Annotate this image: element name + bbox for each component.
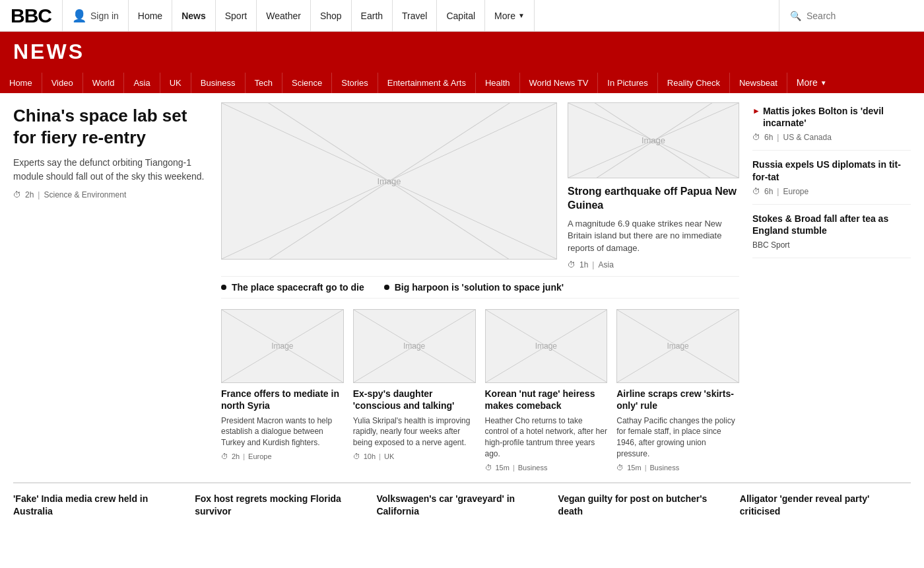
sidebar-item-0: ► Mattis jokes Bolton is 'devil incarnat… <box>752 105 911 151</box>
bottom-item-0[interactable]: 'Fake' India media crew held in Australi… <box>13 493 184 518</box>
bottom-item-2[interactable]: Volkswagen's car 'graveyard' in Californ… <box>376 493 547 518</box>
grid-item-0: Image France offers to mediate in north … <box>221 309 344 472</box>
sidebar-time-1: 6h <box>764 187 773 196</box>
grid-image-0[interactable]: Image <box>221 309 344 383</box>
nav-link-home[interactable]: Home <box>129 0 172 32</box>
grid-cat-1[interactable]: UK <box>384 452 394 460</box>
main-description: Experts say the defunct orbiting Tiangon… <box>13 156 208 184</box>
subnav-newsbeat[interactable]: Newsbeat <box>730 73 787 93</box>
grid-item-1: Image Ex-spy's daughter 'conscious and t… <box>353 309 476 472</box>
search-input[interactable] <box>807 11 892 21</box>
grid-image-label-2: Image <box>535 341 557 351</box>
sidebar-meta-0: ⏱ 6h | US & Canada <box>752 133 911 142</box>
sidebar-item-2: Stokes & Broad fall after tea as England… <box>752 205 911 258</box>
clock-icon-2: ⏱ <box>568 260 576 269</box>
bottom-item-4[interactable]: Alligator 'gender reveal party' criticis… <box>740 493 911 518</box>
subnav-health[interactable]: Health <box>476 73 520 93</box>
sidebar-title-text-0: Mattis jokes Bolton is 'devil incarnate' <box>763 105 911 129</box>
chevron-down-icon: ▼ <box>820 79 827 87</box>
nav-link-capital[interactable]: Capital <box>437 0 485 32</box>
sidebar-cat-0[interactable]: US & Canada <box>783 133 831 142</box>
grid-time-0: 2h <box>232 452 240 460</box>
subnav-video[interactable]: Video <box>42 73 83 93</box>
nav-link-shop[interactable]: Shop <box>311 0 352 32</box>
grid-time-3: 15m <box>627 464 641 472</box>
clock-icon-g1: ⏱ <box>353 452 360 460</box>
bottom-title-2: Volkswagen's car 'graveyard' in Californ… <box>376 493 547 518</box>
nav-link-travel[interactable]: Travel <box>393 0 437 32</box>
grid-image-3[interactable]: Image <box>616 309 739 383</box>
subnav-tech[interactable]: Tech <box>246 73 282 93</box>
subnav-asia[interactable]: Asia <box>124 73 160 93</box>
clock-icon: ⏱ <box>13 190 21 199</box>
subnav-business[interactable]: Business <box>191 73 246 93</box>
search-box[interactable]: 🔍 <box>779 0 924 32</box>
bottom-item-3[interactable]: Vegan guilty for post on butcher's death <box>558 493 729 518</box>
main-time: 2h <box>25 190 34 199</box>
clock-icon-s0: ⏱ <box>752 133 760 142</box>
meta-separator: | <box>38 190 40 199</box>
right-top-image[interactable]: Image <box>568 102 739 178</box>
sidebar-cat-1[interactable]: Europe <box>783 187 808 196</box>
grid-cat-3[interactable]: Business <box>650 464 680 472</box>
subnav-entertainment[interactable]: Entertainment & Arts <box>378 73 476 93</box>
subnav-uk[interactable]: UK <box>160 73 191 93</box>
right-top-category[interactable]: Asia <box>598 260 613 269</box>
bottom-divider <box>13 482 911 483</box>
top-navigation: BBC 👤 Sign in Home News Sport Weather Sh… <box>0 0 924 32</box>
more-dropdown[interactable]: More ▼ <box>485 0 535 32</box>
main-category[interactable]: Science & Environment <box>44 190 126 199</box>
subnav-home[interactable]: Home <box>0 73 42 93</box>
nav-link-weather[interactable]: Weather <box>257 0 311 32</box>
sign-in[interactable]: 👤 Sign in <box>63 0 129 32</box>
grid-cat-2[interactable]: Business <box>518 464 548 472</box>
grid-meta-1: ⏱ 10h | UK <box>353 452 476 460</box>
sidebar-sport-label: BBC Sport <box>752 240 911 250</box>
nav-link-news[interactable]: News <box>172 0 216 32</box>
subnav-in-pictures[interactable]: In Pictures <box>598 73 657 93</box>
grid-desc-1: Yulia Skripal's health is improving rapi… <box>353 415 476 448</box>
grid-image-1[interactable]: Image <box>353 309 476 383</box>
grid-image-2[interactable]: Image <box>485 309 608 383</box>
subnav-stories[interactable]: Stories <box>332 73 378 93</box>
subnav-more-label: More <box>797 77 818 88</box>
grid-title-3[interactable]: Airline scraps crew 'skirts-only' rule <box>616 388 739 411</box>
sidebar-title-0[interactable]: ► Mattis jokes Bolton is 'devil incarnat… <box>752 105 911 129</box>
bottom-item-1[interactable]: Fox host regrets mocking Florida survivo… <box>195 493 366 518</box>
grid-title-0[interactable]: France offers to mediate in north Syria <box>221 388 344 411</box>
sidebar-title-1[interactable]: Russia expels US diplomats in tit-for-ta… <box>752 159 911 182</box>
main-headline[interactable]: China's space lab set for fiery re-entry <box>13 105 208 148</box>
grid-cat-0[interactable]: Europe <box>248 452 271 460</box>
bullet-text-2: Big harpoon is 'solution to space junk' <box>395 282 564 293</box>
bullet-dot-2 <box>384 285 389 290</box>
subnav-reality-check[interactable]: Reality Check <box>658 73 730 93</box>
clock-icon-g0: ⏱ <box>221 452 228 460</box>
sign-in-label: Sign in <box>90 11 119 21</box>
sidebar-time-0: 6h <box>764 133 773 142</box>
bullet-text-1: The place spacecraft go to die <box>232 282 364 293</box>
subnav-more[interactable]: More ▼ <box>787 72 836 93</box>
center-column: Image Image Strong earthquake off Papua … <box>221 102 739 476</box>
bullet-item-1[interactable]: The place spacecraft go to die <box>221 282 364 293</box>
meta-sep-2: | <box>592 260 594 269</box>
bbc-logo[interactable]: BBC <box>0 0 63 32</box>
main-image[interactable]: Image <box>221 102 557 260</box>
subnav-world-news-tv[interactable]: World News TV <box>520 73 599 93</box>
main-content: China's space lab set for fiery re-entry… <box>0 93 924 482</box>
grid-title-2[interactable]: Korean 'nut rage' heiress makes comeback <box>485 388 608 411</box>
nav-link-sport[interactable]: Sport <box>216 0 257 32</box>
grid-item-3: Image Airline scraps crew 'skirts-only' … <box>616 309 739 472</box>
sidebar-title-2[interactable]: Stokes & Broad fall after tea as England… <box>752 213 911 236</box>
subnav-world[interactable]: World <box>83 73 125 93</box>
user-icon: 👤 <box>72 9 86 23</box>
right-top-image-label: Image <box>642 135 665 145</box>
subnav-science[interactable]: Science <box>282 73 332 93</box>
grid-time-2: 15m <box>496 464 510 472</box>
grid-meta-3: ⏱ 15m | Business <box>616 464 739 472</box>
bullet-dot-1 <box>221 285 226 290</box>
bullet-item-2[interactable]: Big harpoon is 'solution to space junk' <box>384 282 564 293</box>
nav-link-earth[interactable]: Earth <box>352 0 393 32</box>
grid-title-1[interactable]: Ex-spy's daughter 'conscious and talking… <box>353 388 476 411</box>
bullet-items-row: The place spacecraft go to die Big harpo… <box>221 276 739 299</box>
right-top-headline[interactable]: Strong earthquake off Papua New Guinea <box>568 185 739 213</box>
